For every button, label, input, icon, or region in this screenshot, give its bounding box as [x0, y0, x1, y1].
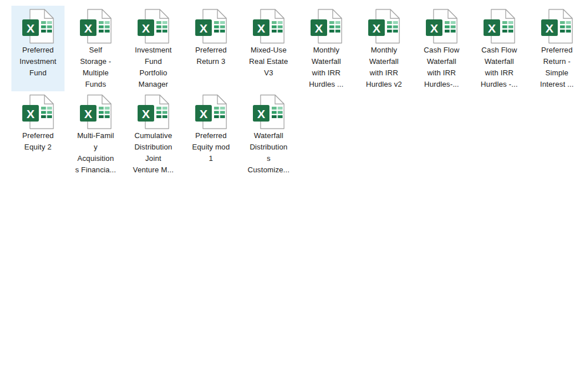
file-item[interactable]: Self Storage - Multiple Funds — [69, 6, 122, 91]
file-label: Monthly Waterfall with IRR Hurdles v2 — [366, 45, 402, 90]
file-item[interactable]: Cash Flow Waterfall with IRR Hurdles-... — [415, 6, 468, 91]
excel-file-icon — [195, 8, 228, 45]
file-label: Preferred Equity 2 — [22, 130, 54, 153]
file-label: Cumulative Distribution Joint Venture M.… — [133, 130, 174, 176]
file-item[interactable]: Monthly Waterfall with IRR Hurdles v2 — [357, 6, 410, 91]
file-item[interactable]: Investment Fund Portfolio Manager — [127, 6, 180, 91]
file-label: Self Storage - Multiple Funds — [80, 45, 111, 90]
excel-file-icon — [22, 8, 55, 45]
excel-file-icon — [368, 8, 401, 45]
file-label: Preferred Investment Fund — [19, 45, 57, 79]
excel-file-icon — [483, 8, 516, 45]
file-label: Cash Flow Waterfall with IRR Hurdles-... — [424, 45, 459, 90]
file-label: Preferred Return 3 — [195, 45, 227, 67]
file-item[interactable]: Monthly Waterfall with IRR Hurdles ... — [300, 6, 353, 91]
file-label: Mixed-Use Real Estate V3 — [249, 45, 288, 79]
file-item[interactable]: Cash Flow Waterfall with IRR Hurdles -..… — [473, 6, 526, 91]
excel-file-icon — [310, 8, 343, 45]
file-item[interactable]: Preferred Investment Fund — [11, 6, 65, 91]
file-item[interactable]: Waterfall Distribution s Customize... — [242, 91, 295, 177]
file-item[interactable]: Preferred Equity mod 1 — [184, 91, 237, 177]
file-item[interactable]: Multi-Famil y Acquisition s Financia... — [69, 91, 122, 177]
excel-file-icon — [137, 94, 170, 130]
file-label: Cash Flow Waterfall with IRR Hurdles -..… — [481, 45, 518, 90]
excel-file-icon — [137, 8, 170, 45]
file-label: Preferred Equity mod 1 — [192, 130, 229, 164]
excel-file-icon — [79, 8, 112, 45]
file-label: Waterfall Distribution s Customize... — [248, 130, 289, 176]
excel-file-icon — [252, 8, 285, 45]
file-label: Monthly Waterfall with IRR Hurdles ... — [309, 45, 343, 90]
excel-file-icon — [541, 8, 574, 45]
excel-file-icon — [252, 94, 285, 130]
file-item[interactable]: Cumulative Distribution Joint Venture M.… — [127, 91, 180, 177]
file-item[interactable]: Preferred Return 3 — [184, 6, 237, 91]
excel-file-icon — [425, 8, 458, 45]
file-item[interactable]: Mixed-Use Real Estate V3 — [242, 6, 295, 91]
excel-file-icon — [79, 94, 112, 130]
file-label: Preferred Return - Simple Interest ... — [540, 45, 574, 90]
excel-file-icon — [195, 94, 228, 130]
file-icon-grid: Preferred Investment Fund Self Storage -… — [0, 0, 588, 177]
excel-file-icon — [22, 94, 55, 130]
file-item[interactable]: Preferred Equity 2 — [11, 91, 65, 177]
file-label: Multi-Famil y Acquisition s Financia... — [75, 130, 116, 176]
file-label: Investment Fund Portfolio Manager — [135, 45, 172, 90]
file-item[interactable]: Preferred Return - Simple Interest ... — [530, 6, 583, 91]
